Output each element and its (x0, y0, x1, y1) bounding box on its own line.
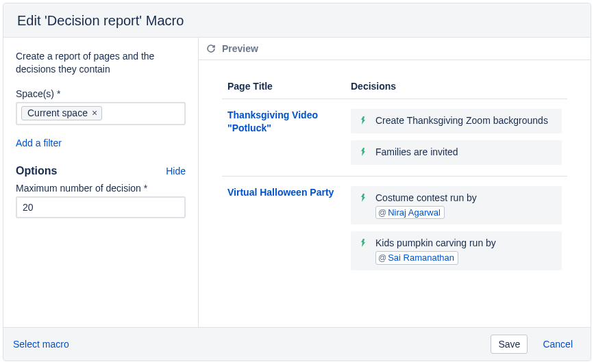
macro-editor-dialog: Edit 'Decision report' Macro Create a re… (3, 3, 591, 361)
remove-token-icon[interactable]: × (92, 108, 97, 118)
refresh-icon[interactable] (206, 43, 216, 54)
decision-text: Create Thanksgiving Zoom backgrounds (375, 114, 548, 127)
at-icon: @ (378, 207, 386, 218)
decision-icon (358, 192, 369, 205)
preview-header: Preview (199, 38, 591, 60)
column-header-page-title: Page Title (222, 75, 345, 99)
spaces-input[interactable]: Current space × (16, 102, 186, 125)
decision-text: Families are invited (375, 146, 458, 159)
decision-item: Create Thanksgiving Zoom backgrounds (351, 109, 562, 133)
options-header: Options Hide (16, 165, 186, 177)
hide-options-link[interactable]: Hide (166, 166, 186, 177)
dialog-header: Edit 'Decision report' Macro (3, 3, 591, 38)
preview-table: Page Title Decisions Thanksgiving Video … (222, 75, 567, 281)
space-token[interactable]: Current space × (21, 106, 102, 120)
save-button[interactable]: Save (491, 335, 528, 354)
dialog-title: Edit 'Decision report' Macro (17, 13, 577, 29)
at-icon: @ (378, 252, 386, 263)
decision-icon (358, 237, 369, 250)
user-mention[interactable]: @Niraj Agarwal (375, 206, 445, 220)
spaces-label: Space(s) * (16, 88, 186, 99)
page-link[interactable]: Thanksgiving Video "Potluck" (227, 109, 318, 133)
dialog-body: Create a report of pages and the decisio… (3, 38, 591, 327)
column-header-decisions: Decisions (345, 75, 567, 99)
table-row: Thanksgiving Video "Potluck" Create Than… (222, 99, 567, 177)
decision-text: Kids pumpkin carving run by @Sai Ramanat… (375, 237, 496, 264)
decision-item: Kids pumpkin carving run by @Sai Ramanat… (351, 231, 562, 270)
macro-description: Create a report of pages and the decisio… (16, 50, 186, 76)
decision-icon (358, 115, 369, 128)
preview-heading: Preview (222, 43, 258, 54)
decision-item: Costume contest run by @Niraj Agarwal (351, 186, 562, 224)
user-mention[interactable]: @Sai Ramanathan (375, 251, 458, 265)
select-macro-link[interactable]: Select macro (13, 339, 69, 350)
config-pane: Create a report of pages and the decisio… (3, 38, 199, 327)
preview-body: Page Title Decisions Thanksgiving Video … (199, 60, 591, 281)
cancel-button[interactable]: Cancel (536, 335, 580, 353)
options-title: Options (16, 165, 57, 177)
add-filter-link[interactable]: Add a filter (16, 138, 186, 148)
max-decisions-input[interactable] (16, 196, 186, 218)
table-row: Virtual Halloween Party Costume contest … (222, 177, 567, 281)
dialog-footer: Select macro Save Cancel (3, 327, 591, 361)
decision-icon (358, 146, 369, 159)
decision-text: Costume contest run by @Niraj Agarwal (375, 192, 477, 219)
decision-item: Families are invited (351, 140, 562, 165)
page-link[interactable]: Virtual Halloween Party (227, 187, 334, 198)
max-decisions-label: Maximum number of decision * (16, 183, 186, 194)
preview-pane: Preview Page Title Decisions Thanksgivin… (199, 38, 591, 327)
space-token-label: Current space (27, 107, 88, 118)
